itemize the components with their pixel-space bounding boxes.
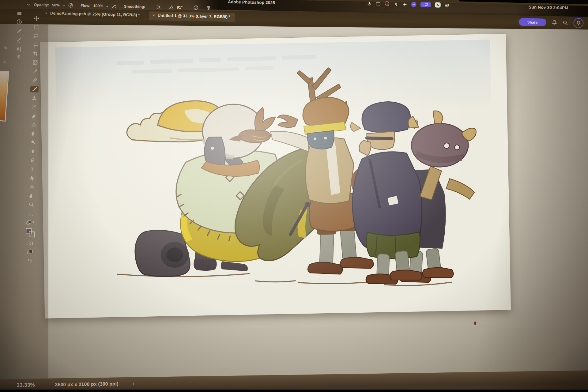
move-tool[interactable] [32, 15, 40, 21]
frame-tool[interactable] [31, 60, 39, 66]
notifications-bell-icon[interactable] [551, 20, 557, 25]
lasso-tool[interactable] [32, 33, 40, 39]
collapsed-panel-strip: A| ¶ [16, 12, 22, 59]
battery-icon[interactable] [445, 3, 450, 8]
panel-tile-icon[interactable] [17, 12, 21, 15]
brush-angle-value[interactable]: 91° [177, 5, 183, 9]
discover-lightbulb-button[interactable] [573, 18, 584, 28]
brush-settings-panel-icon[interactable] [16, 28, 22, 34]
blur-tool[interactable] [28, 148, 37, 154]
status-chevron-icon[interactable]: › [133, 380, 134, 386]
opacity-pressure-icon[interactable] [68, 3, 74, 8]
smoothing-label: Smoothing: [124, 4, 145, 9]
window-manager-badge[interactable] [420, 2, 431, 8]
type-tool[interactable]: T [28, 166, 36, 172]
display-icon[interactable] [376, 1, 381, 6]
rotate-view-icon[interactable] [27, 258, 33, 264]
paint-symmetry-icon[interactable] [206, 5, 211, 11]
crop-tool[interactable] [31, 51, 40, 57]
object-selection-tool[interactable] [32, 42, 40, 48]
flow-dropdown-icon[interactable]: ⌄ [106, 4, 109, 8]
opacity-label: Opacity: [34, 2, 49, 7]
share-button[interactable]: Share [518, 18, 546, 26]
menubar-clock[interactable]: Sun Nov 30 2:04PM [529, 5, 568, 10]
foreground-background-swatches[interactable] [25, 228, 36, 238]
tab-label: Untitled-1 @ 33.3% (Layer 7, RGB/8) * [158, 13, 231, 19]
zoom-app-badge[interactable]: zm [411, 2, 417, 7]
artwork-characters [40, 34, 511, 318]
airbrush-icon[interactable] [111, 3, 117, 9]
stacked-windows-icon [423, 2, 428, 7]
zoom-tool[interactable] [27, 202, 35, 208]
edit-toolbar-icon[interactable]: ⋯ [28, 213, 33, 217]
zoom-level-field[interactable]: 33.33% [17, 382, 35, 388]
flow-value[interactable]: 100% [93, 4, 103, 8]
marquee-tool[interactable] [32, 24, 40, 30]
path-selection-tool[interactable] [28, 175, 36, 181]
tab-label: DemoPainting.psb @ 25% (Group 11, RGB/8)… [50, 11, 140, 17]
healing-brush-tool[interactable] [31, 77, 39, 84]
cursor-tool-icon[interactable] [402, 2, 407, 7]
close-icon[interactable]: × [45, 11, 47, 15]
tab-untitled-1[interactable]: × Untitled-1 @ 33.3% (Layer 7, RGB/8) * [149, 11, 235, 21]
opacity-dropdown-icon[interactable]: ⌄ [62, 3, 65, 7]
pen-tool[interactable] [28, 157, 37, 163]
document-dimensions[interactable]: 3500 px x 2100 px (300 ppi) [55, 381, 119, 387]
paragraph-panel-icon[interactable]: ¶ [17, 55, 20, 59]
edge-percent-top: % [4, 46, 7, 50]
mic-icon[interactable] [367, 1, 372, 6]
smoothing-gear-icon[interactable] [156, 4, 161, 10]
lightbulb-icon [575, 20, 581, 26]
clone-stamp-tool[interactable] [30, 95, 38, 101]
brush-angle-icon[interactable] [168, 5, 174, 10]
toolbar-footer: ⋯ [24, 212, 36, 264]
edge-percent-bottom: % [3, 60, 6, 64]
gradient-bucket-tool[interactable] [29, 122, 38, 128]
brush-tool[interactable] [30, 86, 39, 92]
hand-tool[interactable] [27, 193, 36, 199]
shape-tool[interactable] [28, 184, 36, 190]
smudge-tool[interactable] [29, 130, 37, 137]
screen-record-icon[interactable] [385, 2, 390, 6]
close-icon[interactable]: × [153, 13, 155, 17]
header-actions: Share ⌄ [518, 17, 588, 29]
search-icon[interactable] [562, 20, 568, 26]
character-panel-icon[interactable]: A| [16, 47, 21, 51]
input-source-badge[interactable]: A [435, 2, 441, 7]
flow-label: Flow: [81, 3, 91, 8]
dodge-tool[interactable] [29, 139, 37, 145]
dropbox-icon[interactable] [394, 2, 398, 6]
history-brush-tool[interactable] [30, 104, 38, 110]
menubar-app-title[interactable]: Adobe Photoshop 2025 [228, 0, 275, 5]
size-pressure-icon[interactable] [193, 5, 199, 10]
screen-mode-icon[interactable] [27, 249, 33, 255]
canvas-document[interactable] [40, 34, 511, 318]
eraser-tool[interactable] [30, 113, 38, 119]
brushes-panel-icon[interactable] [16, 37, 22, 43]
eyedropper-tool[interactable] [31, 69, 39, 75]
photoshop-window: Adobe Photoshop 2025 zm A Sun Nov 30 2:0… [0, 0, 588, 390]
info-panel-icon[interactable] [16, 19, 22, 25]
tool-preset-chevron-icon[interactable] [26, 2, 31, 7]
opacity-value[interactable]: 50% [52, 3, 60, 7]
swap-colors-icon[interactable] [26, 220, 35, 225]
quick-mask-icon[interactable] [27, 240, 33, 247]
